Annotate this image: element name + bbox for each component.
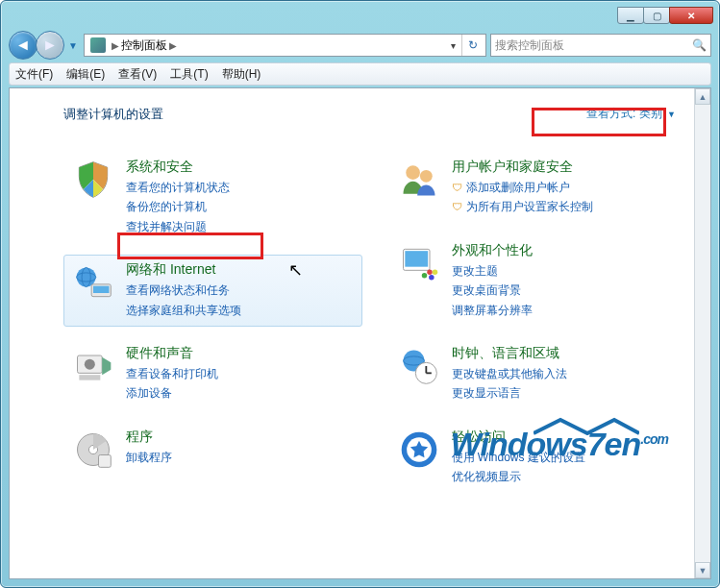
control-panel-icon [90,37,106,53]
category-link[interactable]: 使用 Windows 建议的设置 [452,448,585,467]
category-title[interactable]: 时钟、语言和区域 [452,345,567,362]
category-link[interactable]: 更改显示语言 [452,383,567,403]
category-link[interactable]: 查看设备和打印机 [126,364,218,383]
category-title[interactable]: 程序 [126,429,172,446]
window-frame: ◄ ► ▼ ▶ 控制面板 ▶ ▾ ↻ 搜索控制面板 🔍 文件(F) 编辑(E) … [0,0,720,588]
back-button[interactable]: ◄ [9,31,37,60]
history-dropdown[interactable]: ▼ [66,31,80,60]
refresh-button[interactable]: ↻ [461,35,484,56]
client-area: ▲ ▼ 调整计算机的设置 查看方式: 类别 ▼ 系统和安全查看您的计算机状态备份… [9,87,711,579]
category-item[interactable]: 轻松访问使用 Windows 建议的设置优化视频显示 [389,422,688,494]
category-link[interactable]: 查看您的计算机状态 [126,178,230,197]
breadcrumb-sep: ▶ [112,40,119,51]
search-icon[interactable]: 🔍 [692,38,707,52]
breadcrumb-sep[interactable]: ▶ [169,40,177,51]
close-button[interactable] [669,7,713,24]
category-title[interactable]: 外观和个性化 [452,242,533,259]
category-title[interactable]: 系统和安全 [126,159,230,176]
address-dropdown[interactable]: ▾ [444,40,461,51]
category-link[interactable]: 更改桌面背景 [452,281,533,300]
category-link[interactable]: 添加设备 [126,383,218,403]
category-icon [72,429,114,471]
search-placeholder: 搜索控制面板 [495,37,564,54]
category-link[interactable]: 查找并解决问题 [126,217,230,236]
menu-file[interactable]: 文件(F) [15,66,53,83]
view-by-label: 查看方式: [586,107,635,120]
svg-rect-10 [99,454,112,467]
category-title[interactable]: 网络和 Internet [126,261,241,279]
svg-rect-7 [79,375,100,380]
address-bar[interactable]: ▶ 控制面板 ▶ ▾ ↻ [84,34,486,57]
svg-point-16 [421,273,427,279]
minimize-button[interactable] [617,7,644,24]
category-item[interactable]: 外观和个性化更改主题更改桌面背景调整屏幕分辨率 [389,235,688,327]
category-icon [398,345,440,387]
category-icon [398,429,440,471]
scroll-up-button[interactable]: ▲ [695,88,710,105]
category-item[interactable]: 用户帐户和家庭安全添加或删除用户帐户为所有用户设置家长控制 [389,152,688,224]
category-link[interactable]: 更改主题 [452,261,533,281]
view-by-selector[interactable]: 查看方式: 类别 ▼ [577,102,685,126]
chevron-down-icon: ▼ [667,110,676,119]
category-icon [72,159,114,201]
category-link[interactable]: 备份您的计算机 [126,197,230,216]
svg-point-18 [432,269,437,275]
scrollbar[interactable]: ▲ ▼ [694,88,710,578]
menu-tools[interactable]: 工具(T) [170,66,208,83]
category-item[interactable]: 硬件和声音查看设备和打印机添加设备 [63,338,362,410]
category-item[interactable]: 程序卸载程序 [63,422,362,478]
category-icon [72,345,114,387]
svg-rect-4 [93,286,110,293]
forward-button[interactable]: ► [36,31,64,60]
svg-point-6 [85,359,95,370]
breadcrumb-root[interactable]: 控制面板 [121,37,167,54]
category-icon [72,261,114,304]
menu-help[interactable]: 帮助(H) [222,66,261,83]
svg-point-12 [419,170,432,183]
category-link[interactable]: 查看网络状态和任务 [126,281,241,300]
menu-edit[interactable]: 编辑(E) [66,66,105,83]
menu-bar: 文件(F) 编辑(E) 查看(V) 工具(T) 帮助(H) [9,62,711,86]
scroll-track[interactable] [695,105,710,562]
category-link[interactable]: 优化视频显示 [452,467,585,486]
category-link[interactable]: 选择家庭组和共享选项 [126,301,241,320]
titlebar[interactable] [1,1,719,30]
category-icon [398,159,440,201]
svg-point-11 [406,165,420,180]
maximize-button[interactable] [643,7,670,24]
category-title[interactable]: 硬件和声音 [126,345,218,362]
category-link[interactable]: 更改键盘或其他输入法 [452,364,567,383]
svg-point-15 [427,269,433,275]
svg-rect-14 [405,251,428,267]
view-by-value: 类别 [639,107,662,120]
category-link[interactable]: 调整屏幕分辨率 [452,301,533,320]
scroll-down-button[interactable]: ▼ [695,562,710,578]
category-item[interactable]: 网络和 Internet查看网络状态和任务选择家庭组和共享选项 [63,255,362,327]
category-link[interactable]: 添加或删除用户帐户 [452,178,593,197]
cursor-icon: ↖ [288,259,303,281]
search-input[interactable]: 搜索控制面板 🔍 [490,34,711,57]
category-title[interactable]: 用户帐户和家庭安全 [452,159,593,176]
category-icon [398,242,440,284]
navigation-bar: ◄ ► ▼ ▶ 控制面板 ▶ ▾ ↻ 搜索控制面板 🔍 [9,30,711,61]
category-link[interactable]: 卸载程序 [126,448,172,467]
category-title[interactable]: 轻松访问 [452,429,585,446]
menu-view[interactable]: 查看(V) [118,66,157,83]
category-item[interactable]: 系统和安全查看您的计算机状态备份您的计算机查找并解决问题 [63,152,362,243]
category-link[interactable]: 为所有用户设置家长控制 [452,197,593,216]
svg-point-17 [429,275,434,281]
category-item[interactable]: 时钟、语言和区域更改键盘或其他输入法更改显示语言 [389,338,688,410]
